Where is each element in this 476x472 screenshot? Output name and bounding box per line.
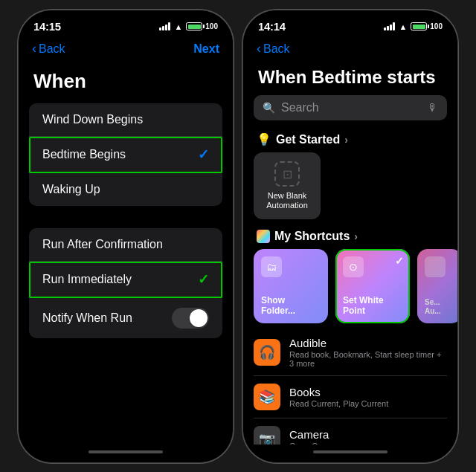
books-name: Books [289, 386, 388, 398]
run-after-label: Run After Confirmation [42, 238, 163, 251]
my-shortcuts-label: My Shortcuts [274, 230, 350, 243]
phone-1: 14:15 ▲ 100 [18, 10, 234, 463]
app-item-books[interactable]: 📚 Books Read Current, Play Current [254, 376, 447, 418]
status-bar-2: 14:14 ▲ 100 [243, 10, 457, 39]
app-list: 🎧 Audible Read book, Bookmark, Start sle… [243, 329, 457, 444]
home-indicator-2 [243, 444, 457, 462]
search-icon: 🔍 [263, 102, 275, 114]
new-blank-label: New BlankAutomation [266, 191, 308, 210]
back-button-2[interactable]: ‹ Back [257, 42, 290, 56]
set-white-point-name: Set White Point [343, 295, 402, 317]
search-placeholder: Search [281, 101, 422, 114]
home-bar-1 [89, 450, 163, 453]
app-item-camera[interactable]: 📷 Camera Open Camera... [254, 418, 447, 444]
new-blank-card[interactable]: ⊡ New BlankAutomation [254, 152, 321, 219]
show-folder-icon: 🗂 [261, 256, 282, 277]
wind-down-label: Wind Down Begins [42, 113, 143, 126]
nav-bar-2: ‹ Back [243, 39, 457, 62]
shortcuts-grid: 🗂 Show Folder... ⊙ Set White Point ✓ Se.… [243, 249, 457, 329]
back-chevron-1: ‹ [32, 41, 36, 56]
waking-label: Waking Up [42, 183, 100, 196]
notify-label: Notify When Run [42, 311, 132, 325]
status-icons-1: ▲ 100 [159, 22, 218, 31]
when-group-2: Run After Confirmation Run Immediately ✓… [29, 228, 222, 338]
back-chevron-2: ‹ [257, 41, 261, 56]
camera-name: Camera [289, 428, 347, 441]
audible-desc: Read book, Bookmark, Start sleep timer +… [289, 350, 447, 368]
status-time-1: 14:15 [33, 20, 61, 33]
show-folder-card[interactable]: 🗂 Show Folder... [254, 249, 328, 323]
search-bar[interactable]: 🔍 Search 🎙 [254, 95, 447, 120]
camera-info: Camera Open Camera... [289, 428, 347, 444]
list-item-waking[interactable]: Waking Up [29, 173, 222, 206]
books-desc: Read Current, Play Current [289, 399, 388, 408]
get-started-section[interactable]: 💡 Get Started › [243, 129, 457, 152]
battery-icon-2: 100 [411, 22, 443, 30]
status-icons-2: ▲ 100 [384, 22, 443, 31]
back-button-1[interactable]: ‹ Back [32, 42, 65, 56]
list-item-run-immediately[interactable]: Run Immediately ✓ [29, 262, 222, 298]
audible-info: Audible Read book, Bookmark, Start sleep… [289, 337, 447, 368]
notify-toggle[interactable] [172, 308, 209, 329]
signal-icon-1 [159, 22, 170, 30]
phone-2: 14:14 ▲ 100 [242, 10, 458, 463]
list-item-run-after[interactable]: Run After Confirmation [29, 228, 222, 262]
run-immediately-checkmark: ✓ [198, 271, 209, 288]
audible-name: Audible [289, 337, 447, 349]
automation-grid: ⊡ New BlankAutomation [243, 152, 457, 227]
nav-bar-1: ‹ Back Next [19, 39, 233, 62]
blank-automation-icon: ⊡ [274, 161, 300, 187]
shortcuts-chevron: › [354, 230, 358, 242]
audible-icon: 🎧 [254, 339, 280, 366]
list-item-bedtime[interactable]: Bedtime Begins ✓ [29, 137, 222, 173]
when-groups: Wind Down Begins Bedtime Begins ✓ Waking… [19, 103, 233, 338]
run-immediately-label: Run Immediately [42, 273, 132, 286]
mic-icon: 🎙 [428, 102, 438, 114]
books-icon: 📚 [254, 384, 280, 410]
when-content: When Wind Down Begins Bedtime Begins ✓ W… [19, 62, 233, 444]
when-title: When [19, 62, 233, 97]
partial-icon [425, 256, 446, 277]
list-item-notify[interactable]: Notify When Run [29, 298, 222, 338]
get-started-chevron: › [344, 134, 348, 146]
set-white-point-icon: ⊙ [343, 256, 364, 277]
get-started-label: Get Started [276, 133, 340, 146]
show-folder-name: Show Folder... [261, 295, 321, 317]
back-label-2: Back [263, 42, 290, 56]
list-item-wind-down[interactable]: Wind Down Begins [29, 103, 222, 137]
set-white-point-card[interactable]: ⊙ Set White Point ✓ [335, 249, 410, 323]
bulb-icon: 💡 [257, 132, 271, 146]
bedtime-screen-title: When Bedtime starts [243, 62, 457, 96]
when-group-1: Wind Down Begins Bedtime Begins ✓ Waking… [29, 103, 222, 206]
back-label-1: Back [39, 42, 65, 56]
partial-name: Se...Au... [425, 298, 441, 316]
home-bar-2 [313, 450, 387, 453]
bedtime-label: Bedtime Begins [42, 148, 126, 161]
bedtime-checkmark: ✓ [198, 146, 209, 163]
status-bar-1: 14:15 ▲ 100 [19, 10, 233, 39]
books-info: Books Read Current, Play Current [289, 386, 388, 408]
set-white-point-checkmark: ✓ [395, 255, 404, 267]
partial-card[interactable]: Se...Au... [417, 249, 457, 323]
bedtime-content: When Bedtime starts 🔍 Search 🎙 💡 Get Sta… [243, 62, 457, 444]
wifi-icon-1: ▲ [174, 22, 182, 31]
home-indicator-1 [19, 444, 233, 462]
app-item-audible[interactable]: 🎧 Audible Read book, Bookmark, Start sle… [254, 329, 447, 376]
toggle-thumb [190, 309, 208, 327]
my-shortcuts-section[interactable]: My Shortcuts › [243, 227, 457, 249]
wifi-icon-2: ▲ [399, 22, 407, 31]
signal-icon-2 [384, 22, 395, 30]
next-button[interactable]: Next [193, 42, 219, 56]
status-time-2: 14:14 [258, 20, 286, 33]
camera-icon: 📷 [254, 426, 280, 444]
battery-icon-1: 100 [186, 22, 218, 30]
rainbow-icon [257, 230, 270, 243]
